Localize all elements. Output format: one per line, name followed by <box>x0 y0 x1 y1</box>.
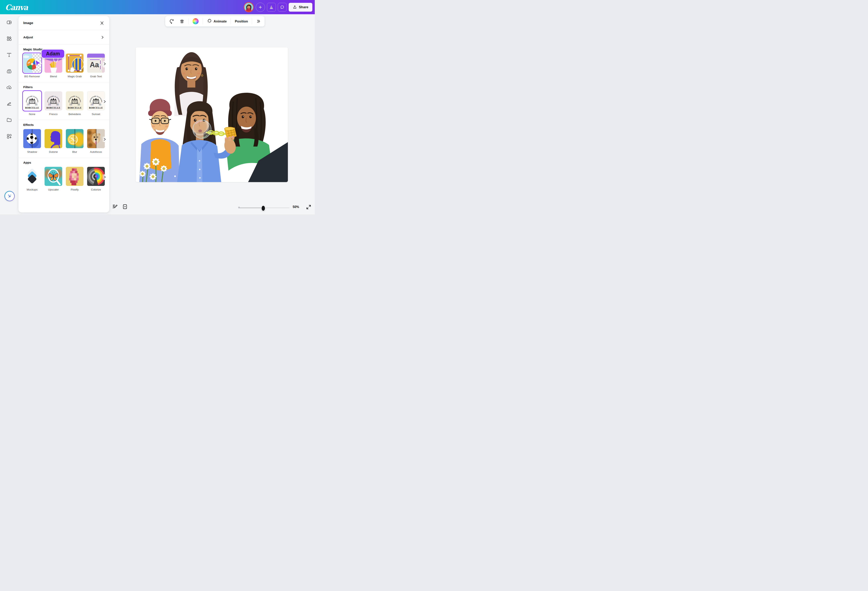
mockups-art <box>23 167 41 186</box>
svg-text:co: co <box>8 71 10 73</box>
svg-text:Finest: Finest <box>48 103 51 104</box>
sidebar-item-apps[interactable] <box>3 128 15 144</box>
sidebar-item-uploads[interactable] <box>3 79 15 96</box>
sidebar-item-projects[interactable] <box>3 112 15 128</box>
pen-icon <box>6 101 12 106</box>
effects-title: Effects <box>23 123 104 127</box>
svg-text:Quality: Quality <box>98 103 101 104</box>
tile-magic-grab[interactable]: Magic Grab <box>66 53 84 78</box>
zoom-slider-knob[interactable] <box>261 205 266 211</box>
tile-filter-fresco[interactable]: ADVENTURE CLOTHING Finest Quality ESTD 2… <box>44 92 62 116</box>
animate-icon <box>207 19 212 24</box>
animate-button[interactable]: Animate <box>205 18 228 25</box>
sidebar-item-draw[interactable] <box>3 96 15 112</box>
sparkles-icon <box>7 194 12 199</box>
more-options-button[interactable] <box>255 18 262 24</box>
svg-text:Quality: Quality <box>77 103 80 104</box>
tile-filter-none[interactable]: ADVENTURE CLOTHING Finest Quality ESTD 2… <box>23 92 41 116</box>
notes-icon[interactable] <box>112 204 118 209</box>
insights-button[interactable] <box>267 3 276 12</box>
shadow-art <box>23 129 41 148</box>
svg-text:ESTD: ESTD <box>27 104 30 105</box>
panel-title: Image <box>23 21 33 25</box>
zoom-percentage[interactable]: 50% <box>293 205 299 209</box>
dutone-art <box>44 129 62 148</box>
svg-text:Quality: Quality <box>34 103 38 104</box>
tile-upscaler[interactable]: Upscaler <box>44 167 62 191</box>
fullscreen-button[interactable] <box>306 204 311 210</box>
sidebar-item-elements[interactable] <box>3 31 15 47</box>
tile-shadow[interactable]: Shadow <box>23 129 41 154</box>
collaborator-cursor-icon <box>33 59 43 69</box>
svg-text:2020: 2020 <box>56 104 59 105</box>
color-picker-button[interactable] <box>191 18 200 25</box>
folder-icon <box>6 117 12 123</box>
add-comment-button[interactable] <box>168 18 176 25</box>
sidebar-item-text[interactable] <box>3 47 15 63</box>
comments-button[interactable] <box>278 3 287 12</box>
tile-label: Blend <box>44 75 62 78</box>
zoom-slider[interactable] <box>239 206 289 210</box>
svg-text:ESTD: ESTD <box>48 104 51 105</box>
position-button[interactable]: Position <box>234 19 249 24</box>
tile-dutone[interactable]: Dutone <box>44 129 62 154</box>
chevron-right-icon <box>100 35 104 39</box>
tile-mockups[interactable]: Mockups <box>23 167 41 191</box>
comment-plus-icon <box>169 19 174 24</box>
text-icon <box>6 52 12 58</box>
tile-label: Magic Grab <box>66 75 84 78</box>
tile-label: Fresco <box>44 112 62 116</box>
svg-text:Finest: Finest <box>90 103 93 104</box>
adventure-badge: ADVENTURE CLOTHING Finest Quality ESTD 2… <box>66 92 84 111</box>
close-icon[interactable] <box>100 21 104 25</box>
context-toolbar: Animate Position <box>165 16 264 27</box>
apps-section: Apps Mockups <box>18 158 109 195</box>
tile-label: Autofocus <box>87 150 105 154</box>
delete-button[interactable] <box>179 18 186 25</box>
svg-text:BORCELLE: BORCELLE <box>68 106 81 109</box>
apps-scroll-right[interactable] <box>102 174 107 180</box>
canva-assistant-button[interactable] <box>4 191 15 201</box>
add-member-button[interactable] <box>256 3 265 12</box>
avatar[interactable] <box>244 2 254 12</box>
chevron-right-icon <box>103 137 106 141</box>
magic-studio-scroll-right[interactable] <box>102 61 107 66</box>
filters-scroll-right[interactable] <box>102 99 107 104</box>
share-button[interactable]: Share <box>289 3 312 12</box>
collaborator-label: Adam <box>41 49 65 58</box>
tile-label: Colorize <box>87 188 105 191</box>
svg-text:ESTD: ESTD <box>69 104 72 105</box>
color-wheel-icon <box>192 18 199 24</box>
design-canvas[interactable] <box>136 47 288 182</box>
top-bar: Canva <box>0 0 315 14</box>
zoom-slider-fill <box>239 208 263 208</box>
svg-text:BORCELLE: BORCELLE <box>46 106 60 109</box>
tile-filter-belvedere[interactable]: ADVENTURE CLOTHING Finest Quality ESTD 2… <box>66 92 84 116</box>
tile-label: Grab Text <box>87 75 105 78</box>
friends-photo <box>136 47 288 182</box>
sidebar-item-design[interactable] <box>3 14 15 31</box>
pixelfy-art <box>66 167 84 186</box>
adventure-badge: ADVENTURE CLOTHING Finest Quality ESTD 2… <box>23 92 41 111</box>
tile-label: Belvedere <box>66 112 84 116</box>
present-icon[interactable] <box>122 204 128 209</box>
tile-label: Blur <box>66 150 84 154</box>
effects-section: Effects <box>18 120 109 158</box>
sidebar-rail: co <box>0 14 18 214</box>
svg-text:Quality: Quality <box>56 103 59 104</box>
adjust-row[interactable]: Adjust <box>18 30 109 44</box>
upscaler-art <box>44 167 62 186</box>
svg-text:Aa: Aa <box>90 61 99 69</box>
tile-blur[interactable]: Blur <box>66 129 84 154</box>
adjust-label: Adjust <box>23 35 33 39</box>
svg-text:2020: 2020 <box>78 104 80 105</box>
canva-editor: Canva <box>0 0 315 214</box>
expand-icon <box>306 204 311 210</box>
tile-pixelfy[interactable]: Pixelfy <box>66 167 84 191</box>
sidebar-item-brand[interactable]: co <box>3 63 15 79</box>
svg-text:BORCELLE: BORCELLE <box>25 106 39 109</box>
canva-logo[interactable]: Canva <box>5 3 28 12</box>
image-panel: Image Adjust Magic Studio <box>18 16 109 213</box>
effects-scroll-right[interactable] <box>102 137 107 142</box>
tile-label: Upscaler <box>44 188 62 191</box>
